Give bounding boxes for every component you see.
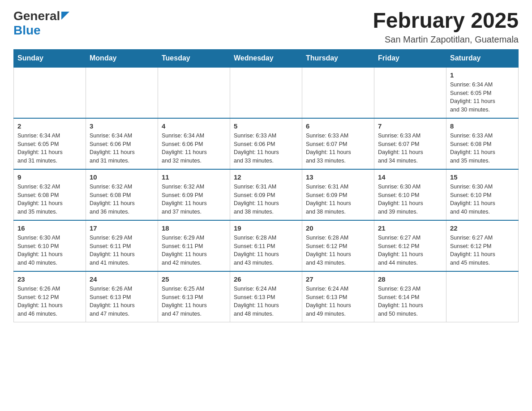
calendar-cell: 26Sunrise: 6:24 AMSunset: 6:13 PMDayligh… [230, 271, 302, 322]
day-number: 6 [306, 122, 370, 130]
day-number: 18 [162, 224, 226, 232]
day-number: 24 [90, 275, 154, 283]
day-number: 23 [17, 275, 82, 283]
calendar-cell: 16Sunrise: 6:30 AMSunset: 6:10 PMDayligh… [14, 220, 86, 271]
logo: General Blue [13, 9, 69, 38]
day-info: Sunrise: 6:34 AMSunset: 6:05 PMDaylight:… [17, 132, 82, 165]
day-number: 20 [306, 224, 370, 232]
calendar-cell: 21Sunrise: 6:27 AMSunset: 6:12 PMDayligh… [374, 220, 446, 271]
calendar-cell: 1Sunrise: 6:34 AMSunset: 6:05 PMDaylight… [446, 67, 519, 118]
day-info: Sunrise: 6:32 AMSunset: 6:08 PMDaylight:… [90, 183, 154, 216]
day-number: 14 [378, 173, 442, 181]
calendar-week-row: 9Sunrise: 6:32 AMSunset: 6:08 PMDaylight… [14, 169, 519, 220]
day-info: Sunrise: 6:31 AMSunset: 6:09 PMDaylight:… [306, 183, 370, 216]
day-info: Sunrise: 6:29 AMSunset: 6:11 PMDaylight:… [90, 234, 154, 267]
day-number: 21 [378, 224, 442, 232]
calendar-cell: 24Sunrise: 6:26 AMSunset: 6:13 PMDayligh… [86, 271, 158, 322]
day-info: Sunrise: 6:29 AMSunset: 6:11 PMDaylight:… [162, 234, 226, 267]
logo-blue: Blue [13, 23, 41, 37]
day-info: Sunrise: 6:23 AMSunset: 6:14 PMDaylight:… [378, 285, 442, 318]
calendar-cell: 18Sunrise: 6:29 AMSunset: 6:11 PMDayligh… [158, 220, 230, 271]
day-info: Sunrise: 6:33 AMSunset: 6:07 PMDaylight:… [306, 132, 370, 165]
calendar-cell: 22Sunrise: 6:27 AMSunset: 6:12 PMDayligh… [446, 220, 519, 271]
day-info: Sunrise: 6:34 AMSunset: 6:06 PMDaylight:… [162, 132, 226, 165]
calendar-cell [446, 271, 519, 322]
logo-arrow-icon [61, 12, 69, 21]
title-section: February 2025 San Martin Zapotitlan, Gua… [373, 9, 519, 45]
calendar-cell: 9Sunrise: 6:32 AMSunset: 6:08 PMDaylight… [14, 169, 86, 220]
day-number: 9 [17, 173, 82, 181]
calendar-table: SundayMondayTuesdayWednesdayThursdayFrid… [13, 49, 519, 322]
day-info: Sunrise: 6:24 AMSunset: 6:13 PMDaylight:… [234, 285, 298, 318]
day-number: 7 [378, 122, 442, 130]
day-info: Sunrise: 6:27 AMSunset: 6:12 PMDaylight:… [378, 234, 442, 267]
logo-general: General [13, 9, 60, 23]
calendar-cell: 19Sunrise: 6:28 AMSunset: 6:11 PMDayligh… [230, 220, 302, 271]
day-number: 16 [17, 224, 82, 232]
calendar-cell: 2Sunrise: 6:34 AMSunset: 6:05 PMDaylight… [14, 118, 86, 169]
page-header: General Blue February 2025 San Martin Za… [13, 9, 519, 45]
day-of-week-header: Saturday [446, 49, 519, 67]
day-info: Sunrise: 6:33 AMSunset: 6:06 PMDaylight:… [234, 132, 298, 165]
day-of-week-header: Monday [86, 49, 158, 67]
day-number: 2 [17, 122, 82, 130]
calendar-cell: 3Sunrise: 6:34 AMSunset: 6:06 PMDaylight… [86, 118, 158, 169]
day-number: 3 [90, 122, 154, 130]
day-number: 5 [234, 122, 298, 130]
calendar-cell: 20Sunrise: 6:28 AMSunset: 6:12 PMDayligh… [302, 220, 374, 271]
calendar-week-row: 1Sunrise: 6:34 AMSunset: 6:05 PMDaylight… [14, 67, 519, 118]
calendar-header-row: SundayMondayTuesdayWednesdayThursdayFrid… [14, 49, 519, 67]
calendar-cell: 10Sunrise: 6:32 AMSunset: 6:08 PMDayligh… [86, 169, 158, 220]
day-info: Sunrise: 6:28 AMSunset: 6:12 PMDaylight:… [306, 234, 370, 267]
calendar-cell: 11Sunrise: 6:32 AMSunset: 6:09 PMDayligh… [158, 169, 230, 220]
day-of-week-header: Wednesday [230, 49, 302, 67]
calendar-week-row: 16Sunrise: 6:30 AMSunset: 6:10 PMDayligh… [14, 220, 519, 271]
day-number: 25 [162, 275, 226, 283]
calendar-cell: 13Sunrise: 6:31 AMSunset: 6:09 PMDayligh… [302, 169, 374, 220]
day-info: Sunrise: 6:31 AMSunset: 6:09 PMDaylight:… [234, 183, 298, 216]
calendar-subtitle: San Martin Zapotitlan, Guatemala [373, 34, 519, 45]
calendar-cell: 14Sunrise: 6:30 AMSunset: 6:10 PMDayligh… [374, 169, 446, 220]
calendar-cell [14, 67, 86, 118]
calendar-cell: 12Sunrise: 6:31 AMSunset: 6:09 PMDayligh… [230, 169, 302, 220]
calendar-title: February 2025 [373, 9, 519, 33]
day-number: 27 [306, 275, 370, 283]
day-info: Sunrise: 6:24 AMSunset: 6:13 PMDaylight:… [306, 285, 370, 318]
day-number: 12 [234, 173, 298, 181]
day-info: Sunrise: 6:27 AMSunset: 6:12 PMDaylight:… [450, 234, 515, 267]
day-info: Sunrise: 6:32 AMSunset: 6:09 PMDaylight:… [162, 183, 226, 216]
day-info: Sunrise: 6:30 AMSunset: 6:10 PMDaylight:… [17, 234, 82, 267]
calendar-cell: 15Sunrise: 6:30 AMSunset: 6:10 PMDayligh… [446, 169, 519, 220]
day-number: 8 [450, 122, 515, 130]
day-info: Sunrise: 6:34 AMSunset: 6:05 PMDaylight:… [450, 81, 515, 114]
day-info: Sunrise: 6:34 AMSunset: 6:06 PMDaylight:… [90, 132, 154, 165]
calendar-cell [302, 67, 374, 118]
calendar-cell: 27Sunrise: 6:24 AMSunset: 6:13 PMDayligh… [302, 271, 374, 322]
day-of-week-header: Tuesday [158, 49, 230, 67]
day-of-week-header: Thursday [302, 49, 374, 67]
day-number: 11 [162, 173, 226, 181]
calendar-cell: 17Sunrise: 6:29 AMSunset: 6:11 PMDayligh… [86, 220, 158, 271]
day-of-week-header: Sunday [14, 49, 86, 67]
calendar-cell: 23Sunrise: 6:26 AMSunset: 6:12 PMDayligh… [14, 271, 86, 322]
day-info: Sunrise: 6:33 AMSunset: 6:07 PMDaylight:… [378, 132, 442, 165]
calendar-cell [374, 67, 446, 118]
day-number: 1 [450, 71, 515, 79]
calendar-cell: 4Sunrise: 6:34 AMSunset: 6:06 PMDaylight… [158, 118, 230, 169]
calendar-week-row: 23Sunrise: 6:26 AMSunset: 6:12 PMDayligh… [14, 271, 519, 322]
day-number: 10 [90, 173, 154, 181]
calendar-cell [86, 67, 158, 118]
day-info: Sunrise: 6:30 AMSunset: 6:10 PMDaylight:… [378, 183, 442, 216]
calendar-cell: 8Sunrise: 6:33 AMSunset: 6:08 PMDaylight… [446, 118, 519, 169]
day-info: Sunrise: 6:33 AMSunset: 6:08 PMDaylight:… [450, 132, 515, 165]
day-number: 17 [90, 224, 154, 232]
day-number: 4 [162, 122, 226, 130]
day-number: 15 [450, 173, 515, 181]
day-info: Sunrise: 6:26 AMSunset: 6:13 PMDaylight:… [90, 285, 154, 318]
day-of-week-header: Friday [374, 49, 446, 67]
day-info: Sunrise: 6:25 AMSunset: 6:13 PMDaylight:… [162, 285, 226, 318]
calendar-cell: 25Sunrise: 6:25 AMSunset: 6:13 PMDayligh… [158, 271, 230, 322]
svg-marker-0 [61, 12, 69, 20]
calendar-cell: 28Sunrise: 6:23 AMSunset: 6:14 PMDayligh… [374, 271, 446, 322]
day-info: Sunrise: 6:30 AMSunset: 6:10 PMDaylight:… [450, 183, 515, 216]
